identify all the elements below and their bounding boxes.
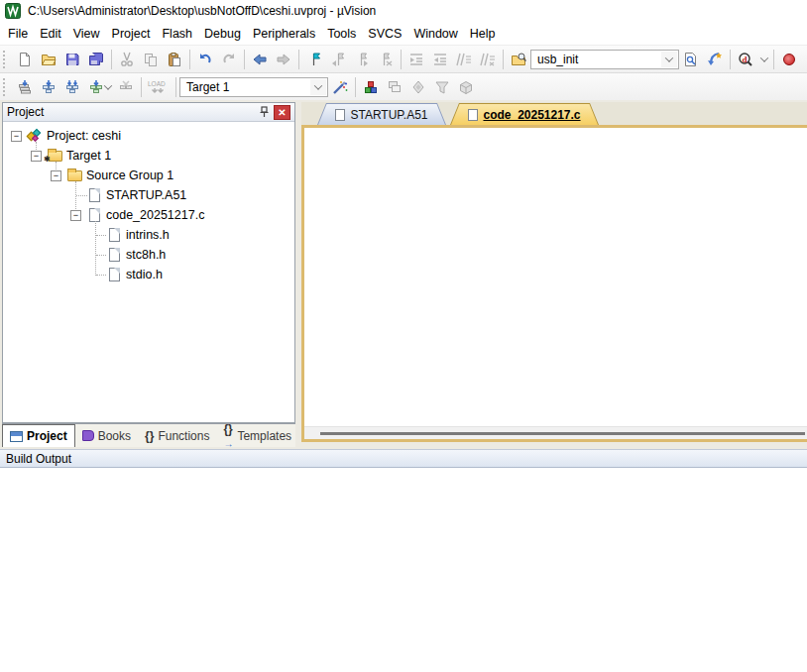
find-combobox-dropdown[interactable] bbox=[661, 52, 677, 67]
manage-rte-button[interactable] bbox=[359, 76, 383, 98]
pin-icon[interactable] bbox=[256, 105, 272, 119]
new-file-button[interactable] bbox=[13, 49, 37, 70]
expander-minus-icon[interactable]: − bbox=[70, 210, 81, 221]
rebuild-button[interactable] bbox=[60, 76, 84, 98]
dock-tab-functions[interactable]: {}Functions bbox=[138, 424, 216, 447]
menu-edit[interactable]: Edit bbox=[34, 23, 67, 45]
editor-area: STARTUP.A51code_20251217.c bbox=[301, 102, 807, 442]
target-select-value: Target 1 bbox=[186, 80, 229, 94]
functions-icon: {} bbox=[145, 429, 154, 443]
indent-button[interactable] bbox=[428, 49, 452, 70]
dock-tab-label: Functions bbox=[158, 429, 209, 443]
title-bar: C:\Users\Administrator\Desktop\usbNotOff… bbox=[0, 0, 807, 22]
menu-tools[interactable]: Tools bbox=[321, 23, 362, 45]
target-folder-icon: ✱ bbox=[48, 149, 63, 163]
code-editor[interactable] bbox=[304, 128, 807, 429]
copy-button[interactable] bbox=[139, 49, 163, 70]
unindent-button[interactable] bbox=[404, 49, 428, 70]
menu-svcs[interactable]: SVCS bbox=[362, 23, 407, 45]
menu-project[interactable]: Project bbox=[106, 23, 157, 45]
options-for-target-button[interactable] bbox=[328, 76, 352, 98]
menu-view[interactable]: View bbox=[67, 23, 106, 45]
comment-button[interactable] bbox=[452, 49, 476, 70]
save-all-button[interactable] bbox=[84, 49, 108, 70]
paste-button[interactable] bbox=[163, 49, 186, 70]
tree-item-stc8h-h[interactable]: stc8h.h bbox=[3, 245, 294, 265]
find-dialog-dropdown[interactable] bbox=[757, 49, 770, 70]
tree-connector-line bbox=[75, 181, 76, 211]
expander-minus-icon[interactable]: − bbox=[51, 170, 61, 181]
file-icon bbox=[335, 109, 345, 121]
tree-item-label: Target 1 bbox=[66, 149, 111, 163]
toolbar-grip[interactable] bbox=[3, 51, 9, 68]
next-bookmark-button[interactable] bbox=[350, 49, 374, 70]
translate-button[interactable] bbox=[13, 76, 37, 98]
pack-installer-button[interactable] bbox=[454, 76, 478, 98]
menu-file[interactable]: File bbox=[2, 23, 34, 45]
file-toolbar: usb_init d bbox=[0, 45, 807, 72]
tree-item-label: stdio.h bbox=[126, 268, 163, 281]
debug-session-button[interactable] bbox=[406, 76, 430, 98]
save-button[interactable] bbox=[60, 49, 84, 70]
batch-build-button[interactable] bbox=[84, 76, 114, 98]
tree-item-project-ceshi[interactable]: −Project: ceshi bbox=[3, 126, 294, 146]
redo-button[interactable] bbox=[217, 49, 241, 70]
file-icon bbox=[87, 188, 103, 202]
project-panel: Project ✕ −Project: ceshi−✱Target 1−Sour… bbox=[2, 102, 295, 423]
tree-item-source-group-1[interactable]: −Source Group 1 bbox=[3, 166, 294, 185]
toggle-bookmark-button[interactable] bbox=[302, 49, 326, 70]
menu-flash[interactable]: Flash bbox=[156, 23, 198, 45]
file-icon bbox=[107, 268, 123, 281]
tree-item-label: STARTUP.A51 bbox=[106, 188, 186, 202]
cut-button[interactable] bbox=[115, 49, 139, 70]
menu-help[interactable]: Help bbox=[464, 23, 502, 45]
uncomment-button[interactable] bbox=[476, 49, 500, 70]
stop-build-button[interactable] bbox=[114, 76, 138, 98]
breakpoint-toggle-button[interactable] bbox=[777, 49, 801, 70]
open-file-button[interactable] bbox=[37, 49, 60, 70]
tree-item-code-20251217-c[interactable]: −code_20251217.c bbox=[3, 205, 294, 225]
tree-item-startup-a51[interactable]: STARTUP.A51 bbox=[3, 185, 294, 205]
project-tree: −Project: ceshi−✱Target 1−Source Group 1… bbox=[3, 122, 294, 399]
target-select-combobox[interactable]: Target 1 bbox=[179, 77, 328, 97]
navigate-back-button[interactable] bbox=[248, 49, 272, 70]
download-button[interactable]: LOAD bbox=[145, 76, 173, 98]
tree-connector-line bbox=[76, 195, 87, 196]
editor-tab-code-20251217-c[interactable]: code_20251217.c bbox=[450, 103, 599, 125]
tree-item-label: stc8h.h bbox=[126, 248, 166, 262]
menu-window[interactable]: Window bbox=[407, 23, 463, 45]
dock-tab-project[interactable]: Project bbox=[2, 424, 75, 447]
menu-peripherals[interactable]: Peripherals bbox=[247, 23, 321, 45]
editor-tab-startup-a51[interactable]: STARTUP.A51 bbox=[317, 103, 446, 125]
dock-tab-templates[interactable]: {}→Templates bbox=[216, 424, 298, 447]
target-combobox-dropdown[interactable] bbox=[310, 79, 326, 95]
find-text-combobox[interactable]: usb_init bbox=[530, 50, 679, 69]
clear-bookmarks-button[interactable] bbox=[374, 49, 398, 70]
tree-item-stdio-h[interactable]: stdio.h bbox=[3, 265, 294, 284]
navigate-forward-button[interactable] bbox=[272, 49, 295, 70]
find-symbols-button[interactable] bbox=[507, 49, 530, 70]
find-in-files-button[interactable] bbox=[679, 49, 703, 70]
find-dialog-button[interactable]: d bbox=[734, 49, 757, 70]
books-icon bbox=[82, 430, 94, 441]
window-split-button[interactable] bbox=[383, 76, 406, 98]
undo-button[interactable] bbox=[193, 49, 217, 70]
incremental-find-button[interactable] bbox=[703, 49, 727, 70]
scrollbar-thumb[interactable] bbox=[320, 432, 805, 435]
tree-item-intrins-h[interactable]: intrins.h bbox=[3, 225, 294, 245]
expander-minus-icon[interactable]: − bbox=[31, 151, 42, 162]
toolbar-grip[interactable] bbox=[3, 78, 9, 96]
close-icon[interactable]: ✕ bbox=[274, 105, 290, 120]
dock-tab-books[interactable]: Books bbox=[75, 424, 138, 447]
horizontal-scrollbar[interactable] bbox=[304, 426, 807, 439]
memory-window-button[interactable] bbox=[430, 76, 454, 98]
templates-icon: {}→ bbox=[223, 422, 233, 450]
tree-connector-line bbox=[95, 221, 96, 276]
expander-minus-icon[interactable]: − bbox=[11, 131, 22, 142]
menu-debug[interactable]: Debug bbox=[198, 23, 247, 45]
tree-item-target-1[interactable]: −✱Target 1 bbox=[3, 146, 294, 166]
build-button[interactable] bbox=[37, 76, 60, 98]
prev-bookmark-button[interactable] bbox=[326, 49, 350, 70]
build-toolbar: LOAD Target 1 bbox=[0, 72, 807, 100]
project-tab-icon bbox=[10, 431, 23, 442]
